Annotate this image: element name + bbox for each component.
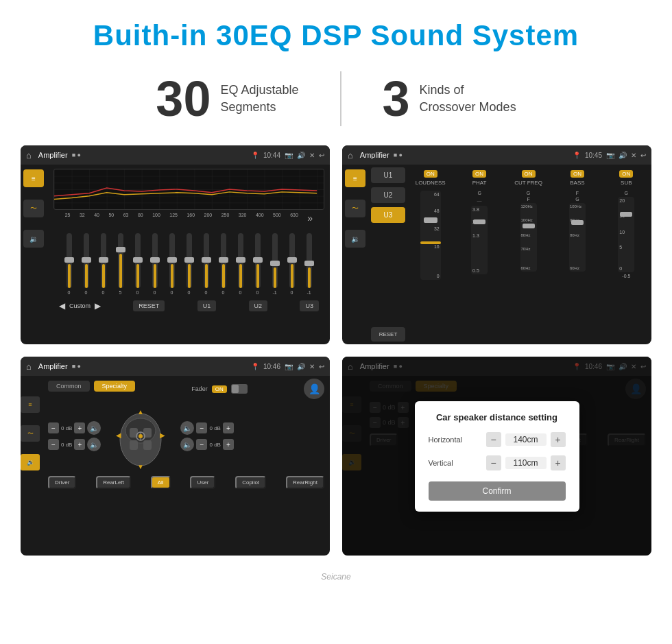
left-top-plus[interactable]: + [74,422,85,433]
on-badge-bass[interactable]: ON [571,170,584,178]
reset-button-1[interactable]: RESET [133,300,165,311]
user-btn-3[interactable]: User [190,476,215,489]
left-top-minus[interactable]: − [48,422,59,433]
topbar-title-3: Amplifier [38,362,68,370]
horizontal-plus-btn[interactable]: + [551,432,566,447]
right-bottom-vol: 🔈 − 0 dB + [180,438,233,451]
eq-custom-label: Custom [69,302,91,309]
eq-slider-1: 0 [84,233,89,295]
wave-icon[interactable]: 〜 [23,200,44,217]
bass-slider[interactable]: 100Hz 90Hz 80Hz 60Hz [569,203,586,272]
channel-label-sub: SUB [621,180,632,186]
right-bottom-plus[interactable]: + [223,439,234,450]
fader-slider[interactable] [231,384,248,394]
fader-label: Fader [191,385,208,392]
page-title: Buith-in 30EQ DSP Sound System [0,0,672,64]
u1-preset[interactable]: U1 [371,167,405,183]
svg-text:◀: ◀ [116,431,121,439]
u2-preset[interactable]: U2 [371,187,405,203]
eq-slider-4: 0 [135,233,141,295]
location-icon-2: 📍 [573,152,581,159]
speaker-icon[interactable]: 🔉 [23,230,44,248]
location-icon-1: 📍 [251,152,259,159]
all-btn-3[interactable]: All [151,476,171,489]
loudness-slider[interactable]: 64 48 32 16 0 [420,191,441,280]
eq-icon-3[interactable]: ≡ [21,396,40,413]
tab-common-3[interactable]: Common [48,381,90,392]
u3-button-1[interactable]: U3 [300,300,319,311]
reset-preset[interactable]: RESET [371,327,405,342]
topbar-3: ⌂ Amplifier ■ ● 📍 10:46 📷 🔊 ✕ ↩ [21,357,330,376]
home-icon-1[interactable]: ⌂ [26,150,32,160]
arr-icon-2: ↩ [640,152,646,159]
speaker-diagram-row: − 0 dB + 🔈 − 0 dB + 🔈 [43,399,330,473]
right-top-plus[interactable]: + [223,422,234,433]
speaker-layout: ≡ 〜 🔉 Common Specialty Fader ON [21,376,330,556]
topbar-right-3: 📍 10:46 📷 🔊 ✕ ↩ [251,363,324,370]
cutfreq-slider[interactable]: 120Hz 100Hz 80Hz 70Hz 60Hz [520,203,537,272]
left-speaker-icon-bottom: 🔈 [87,438,101,451]
speaker-icon-2[interactable]: 🔉 [345,230,365,248]
left-top-vol: − 0 dB + 🔈 [48,421,101,435]
screen-speaker: ⌂ Amplifier ■ ● 📍 10:46 📷 🔊 ✕ ↩ ≡ 〜 🔉 [21,357,330,556]
avatar-3: 👤 [304,379,324,399]
x-icon-2: ✕ [631,152,636,159]
cam-icon-1: 📷 [285,152,293,159]
copilot-btn-3[interactable]: Copilot [235,476,266,489]
dialog-label-horizontal: Horizontal [429,436,470,444]
eq-icon[interactable]: ≡ [23,169,44,187]
right-top-vol: 🔈 − 0 dB + [180,421,233,435]
tab-specialty-3[interactable]: Specialty [94,381,136,392]
left-bottom-minus[interactable]: − [48,439,59,450]
wave-icon-3[interactable]: 〜 [21,425,40,442]
vol-icon-3: 🔊 [297,363,305,370]
rearright-btn-3[interactable]: RearRight [286,476,324,489]
vertical-minus-btn[interactable]: − [486,455,501,470]
eq-labels: 2532405063 80100125160200 25032040050063… [53,213,324,224]
eq-slider-5: 0 [152,233,158,295]
phat-slider[interactable]: 3.8 2.1 1.3 0.5 [471,206,488,274]
fader-on-badge[interactable]: ON [212,385,227,393]
confirm-button[interactable]: Confirm [429,481,566,501]
u2-button-1[interactable]: U2 [249,300,268,311]
topbar-title-2: Amplifier [360,151,389,159]
svg-text:▶: ▶ [160,431,165,439]
on-badge-phat[interactable]: ON [472,170,486,178]
on-badge-cutfreq[interactable]: ON [522,170,536,178]
home-icon-2[interactable]: ⌂ [348,150,353,160]
vertical-plus-btn[interactable]: + [551,455,566,470]
right-bottom-minus[interactable]: − [196,439,207,450]
right-top-minus[interactable]: − [196,422,207,433]
wave-icon-2[interactable]: 〜 [345,200,365,217]
stat-block-crossover: 3 Kinds of Crossover Modes [341,74,557,123]
rearleft-btn-3[interactable]: RearLeft [96,476,131,489]
stats-row: 30 EQ Adjustable Segments 3 Kinds of Cro… [0,64,672,145]
channel-label-loudness: LOUDNESS [416,180,446,186]
crossover-presets: U1 U2 U3 RESET [371,167,405,342]
home-icon-3[interactable]: ⌂ [26,361,32,372]
play-icon[interactable]: ▶ [95,301,101,311]
left-bottom-plus[interactable]: + [74,439,85,450]
topbar-icons-3: ■ ● [72,363,81,370]
u3-preset[interactable]: U3 [371,207,405,223]
u1-button-1[interactable]: U1 [197,300,217,311]
on-badge-sub[interactable]: ON [619,170,633,178]
right-bottom-db: 0 dB [209,442,220,448]
on-badge-loudness[interactable]: ON [424,170,437,178]
driver-btn-3[interactable]: Driver [48,476,76,489]
bass-controls: F G 100Hz 90Hz 80Hz 60Hz [569,191,586,272]
footer: Seicane [0,569,672,584]
speaker-icon-3[interactable]: 🔉 [21,454,40,470]
sub-slider[interactable]: 20 15 10 5 0 [618,197,634,272]
channel-bass: ON BASS F G 100Hz 90Hz 80Hz 60Hz [555,170,599,339]
horizontal-minus-btn[interactable]: − [486,432,501,447]
eq-scroll-right[interactable]: » [307,213,313,224]
channel-phat: ON PHAT G — 3.8 2.1 1.3 0.5 [457,170,501,339]
eq-slider-13: 0 [289,233,295,295]
time-3: 10:46 [263,363,280,370]
prev-icon[interactable]: ◀ [59,301,65,311]
eq-icon-2[interactable]: ≡ [345,169,365,187]
topbar-1: ⌂ Amplifier ■ ● 📍 10:44 📷 🔊 ✕ ↩ [21,145,330,165]
eq-play-controls: ◀ Custom ▶ [59,301,101,311]
svg-text:▲: ▲ [138,408,145,416]
